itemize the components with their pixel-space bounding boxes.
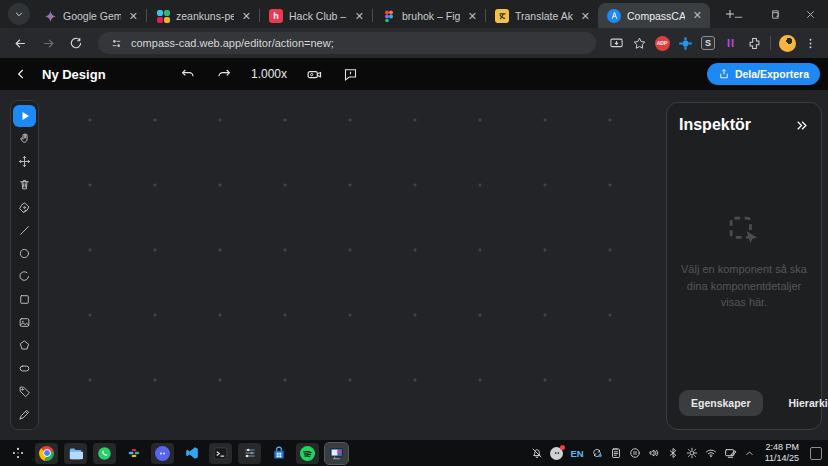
tray-discord-tray-icon[interactable] xyxy=(550,447,563,460)
restore-icon xyxy=(769,9,780,20)
taskbar-screen-app-app[interactable] xyxy=(325,443,348,464)
move-tool[interactable] xyxy=(13,151,36,173)
store-icon xyxy=(272,446,286,460)
browser-tab-compasscad[interactable]: CompassCAD ✕ xyxy=(598,3,710,28)
polygon-tool[interactable] xyxy=(13,335,36,357)
stylus-extension-icon[interactable]: S xyxy=(698,33,718,53)
tab-close-icon[interactable]: ✕ xyxy=(127,9,140,24)
editor-back-button[interactable] xyxy=(8,61,34,87)
share-export-button[interactable]: Dela/Exportera xyxy=(707,63,820,85)
tab-close-icon[interactable]: ✕ xyxy=(240,9,253,24)
inspector-tabs: EgenskaperHierarki xyxy=(679,390,809,416)
redo-button[interactable] xyxy=(211,61,237,87)
reload-button[interactable] xyxy=(64,31,88,55)
pan-tool-icon xyxy=(18,132,31,145)
collapse-panel-icon[interactable] xyxy=(794,118,809,133)
delete-tool-icon xyxy=(18,178,31,191)
tab-close-icon[interactable]: ✕ xyxy=(466,9,479,24)
toolbar-divider xyxy=(770,36,771,50)
circle-tool[interactable] xyxy=(13,243,36,265)
taskbar-whatsapp-app[interactable] xyxy=(93,443,116,464)
browser-tab-bruhok-figma[interactable]: bruhok – Figma ✕ xyxy=(373,4,485,28)
minimize-button[interactable] xyxy=(720,0,756,28)
tray-brightness-icon[interactable] xyxy=(686,447,698,459)
inspector-title: Inspektör xyxy=(679,116,751,134)
inspector-panel: Inspektör Välj en komponent så ska dina … xyxy=(666,102,822,430)
restore-button[interactable] xyxy=(756,0,792,28)
browser-tab-hack-club-ship[interactable]: h Hack Club – Ship ✕ xyxy=(260,4,372,28)
inspector-tab-hierarki[interactable]: Hierarki xyxy=(777,390,828,416)
taskbar-file-explorer-app[interactable] xyxy=(64,443,87,464)
close-icon xyxy=(805,9,816,20)
tray-sync-icon[interactable] xyxy=(591,447,603,459)
line-tool[interactable] xyxy=(13,220,36,242)
rectangle-tool[interactable] xyxy=(13,289,36,311)
tray-bluetooth-icon[interactable] xyxy=(667,447,679,459)
back-button[interactable] xyxy=(8,31,32,55)
browser-tab-zeankuns-persona[interactable]: zeankuns-persona ✕ xyxy=(147,4,259,28)
purple-extension-icon[interactable]: II xyxy=(721,33,741,53)
star-icon xyxy=(632,36,647,51)
taskbar-discord-app-app[interactable] xyxy=(151,443,174,464)
rectangle-tool-icon xyxy=(18,293,31,306)
select-tool-icon xyxy=(19,110,31,122)
arc-tool[interactable] xyxy=(13,266,36,288)
taskbar-mixer-app[interactable] xyxy=(238,443,261,464)
camera-view-button[interactable] xyxy=(301,61,327,87)
bookmark-button[interactable] xyxy=(629,33,649,53)
close-window-button[interactable] xyxy=(792,0,828,28)
feedback-button[interactable] xyxy=(337,61,363,87)
taskbar-spotify-app[interactable] xyxy=(296,443,319,464)
window-controls xyxy=(720,0,828,28)
tray-language-icon[interactable]: EN xyxy=(570,448,583,459)
tray-clipboard-icon[interactable] xyxy=(610,447,622,459)
tray-wifi-icon[interactable] xyxy=(705,447,717,459)
tray-display-pen-icon[interactable] xyxy=(724,447,737,460)
pan-tool[interactable] xyxy=(13,128,36,150)
browser-menu-button[interactable] xyxy=(800,33,820,53)
browser-tab-translate-aksara-j[interactable]: Translate Aksara J ✕ xyxy=(486,4,598,28)
redo-icon xyxy=(216,66,232,82)
slack-app-icon xyxy=(127,446,141,460)
undo-button[interactable] xyxy=(175,61,201,87)
tab-list: Google Gemini ✕ zeankuns-persona ✕h Hack… xyxy=(34,0,710,28)
tab-close-icon[interactable]: ✕ xyxy=(579,9,592,24)
tab-close-icon[interactable]: ✕ xyxy=(353,9,366,24)
taskbar-chrome-app[interactable] xyxy=(35,443,58,464)
zoom-level[interactable]: 1.000x xyxy=(247,67,291,81)
taskbar-start-menu-button[interactable] xyxy=(6,443,29,464)
browser-tab-google-gemini[interactable]: Google Gemini ✕ xyxy=(34,4,146,28)
pen-tool[interactable] xyxy=(13,197,36,219)
pen-tool-icon xyxy=(18,201,31,214)
taskbar-clock[interactable]: 2:48 PM 11/14/25 xyxy=(765,442,799,465)
delete-tool[interactable] xyxy=(13,174,36,196)
adblock-extension-icon[interactable]: ADP xyxy=(652,33,672,53)
label-tool[interactable] xyxy=(13,381,36,403)
show-desktop-button[interactable] xyxy=(810,447,822,460)
taskbar-store-app[interactable] xyxy=(267,443,290,464)
tab-close-icon[interactable]: ✕ xyxy=(691,8,704,23)
tray-volume-icon[interactable] xyxy=(648,447,660,459)
select-component-placeholder-icon xyxy=(726,213,762,249)
address-bar[interactable]: compass-cad.web.app/editor/action=new; xyxy=(98,32,596,54)
profile-avatar[interactable] xyxy=(777,33,797,53)
blue-extension-icon[interactable] xyxy=(675,33,695,53)
inspector-tab-egenskaper[interactable]: Egenskaper xyxy=(679,390,763,416)
toolbar-icons: ADP S II xyxy=(606,33,820,53)
taskbar-terminal-app[interactable] xyxy=(209,443,232,464)
chevron-left-icon xyxy=(14,67,28,81)
tray-media-pause-icon[interactable] xyxy=(629,447,641,459)
select-tool[interactable] xyxy=(13,105,36,127)
forward-button[interactable] xyxy=(36,31,60,55)
extensions-menu-button[interactable] xyxy=(744,33,764,53)
measure-tool[interactable] xyxy=(13,404,36,426)
tray-notifications-muted-icon[interactable] xyxy=(531,447,543,459)
install-app-button[interactable] xyxy=(606,33,626,53)
tray-chevron-up-icon[interactable] xyxy=(744,448,755,459)
tab-search-button[interactable] xyxy=(8,3,30,25)
taskbar-vscode-app[interactable] xyxy=(180,443,203,464)
image-tool[interactable] xyxy=(13,312,36,334)
taskbar-slack-app-app[interactable] xyxy=(122,443,145,464)
screen-app-icon xyxy=(329,446,344,461)
rounded-rectangle-tool[interactable] xyxy=(13,358,36,380)
